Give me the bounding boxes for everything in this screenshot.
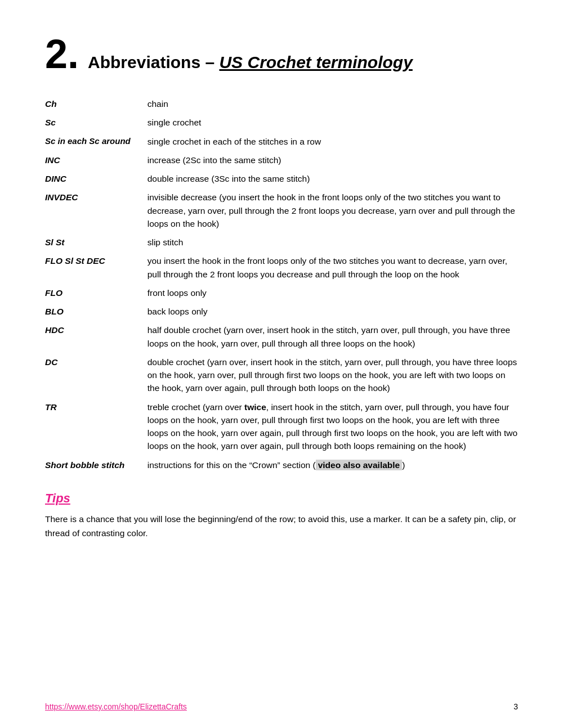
def-dinc: double increase (3Sc into the same stitc… [148,169,518,188]
table-row: FLO front loops only [45,284,518,302]
def-invdec: invisible decrease (you insert the hook … [148,188,518,233]
section-header: 2. Abbreviations – US Crochet terminolog… [45,34,518,74]
def-ch: chain [148,95,518,113]
tips-text: There is a chance that you will lose the… [45,513,518,541]
term-blo: BLO [45,302,148,321]
footer-link[interactable]: https://www.etsy.com/shop/ElizettaCrafts [45,702,187,711]
table-row: Sl St slip stitch [45,233,518,251]
abbreviations-table: Ch chain Sc single crochet Sc in each Sc… [45,95,518,474]
term-dinc: DINC [45,169,148,188]
table-row: DC double crochet (yarn over, insert hoo… [45,353,518,398]
def-slst: slip stitch [148,233,518,251]
table-row: DINC double increase (3Sc into the same … [45,169,518,188]
term-sc: Sc [45,113,148,132]
table-row: Sc single crochet [45,113,518,132]
section-title: Abbreviations – US Crochet terminology [88,53,413,72]
def-hdc: half double crochet (yarn over, insert h… [148,321,518,353]
def-flo: front loops only [148,284,518,302]
table-row: FLO Sl St DEC you insert the hook in the… [45,251,518,284]
page-number: 3 [513,702,518,711]
def-tr: treble crochet (yarn over twice, insert … [148,398,518,456]
table-row: BLO back loops only [45,302,518,321]
term-flo: FLO [45,284,148,302]
video-available-badge: video also available [316,460,403,470]
def-sc: single crochet [148,113,518,132]
table-row: Sc in each Sc around single crochet in e… [45,132,518,151]
tips-section: Tips There is a chance that you will los… [45,491,518,541]
def-inc: increase (2Sc into the same stitch) [148,151,518,169]
title-prefix: Abbreviations – [88,53,219,71]
def-flo-slst-dec: you insert the hook in the front loops o… [148,251,518,284]
table-row: TR treble crochet (yarn over twice, inse… [45,398,518,456]
def-sc-around: single crochet in each of the stitches i… [148,132,518,151]
def-dc: double crochet (yarn over, insert hook i… [148,353,518,398]
table-row: Ch chain [45,95,518,113]
tr-bold-twice: twice [244,402,266,412]
title-italic: US Crochet terminology [219,53,412,71]
term-invdec: INVDEC [45,188,148,233]
term-slst: Sl St [45,233,148,251]
page-footer: https://www.etsy.com/shop/ElizettaCrafts… [45,702,518,711]
term-hdc: HDC [45,321,148,353]
table-row: Short bobble stitch instructions for thi… [45,456,518,474]
term-tr: TR [45,398,148,456]
def-short-bobble: instructions for this on the “Crown” sec… [148,456,518,474]
table-row: INVDEC invisible decrease (you insert th… [45,188,518,233]
page: 2. Abbreviations – US Crochet terminolog… [0,0,563,728]
table-row: HDC half double crochet (yarn over, inse… [45,321,518,353]
term-inc: INC [45,151,148,169]
term-flo-slst-dec: FLO Sl St DEC [45,251,148,284]
def-blo: back loops only [148,302,518,321]
term-sc-around: Sc in each Sc around [45,132,148,151]
term-short-bobble: Short bobble stitch [45,456,148,474]
term-ch: Ch [45,95,148,113]
section-number: 2. [45,34,79,74]
tips-title: Tips [45,491,518,506]
table-row: INC increase (2Sc into the same stitch) [45,151,518,169]
term-dc: DC [45,353,148,398]
